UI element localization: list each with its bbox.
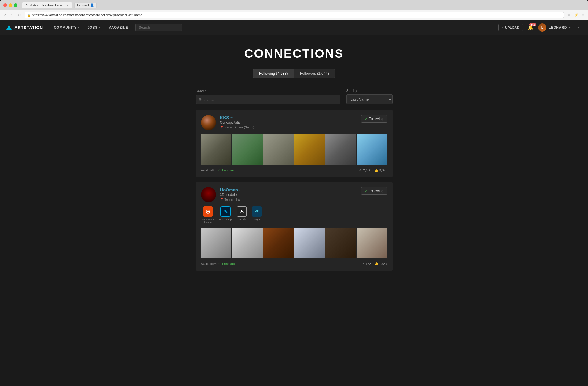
availability-status: Freelance: [222, 262, 236, 265]
views-icon: 👁: [359, 169, 362, 172]
connections-container: Search Sort by Last Name First Name Rece…: [196, 89, 393, 271]
available-check-icon: ✓: [218, 168, 221, 172]
forward-button[interactable]: ›: [10, 12, 14, 18]
stats: 👁 668 👍 1,669: [362, 262, 387, 265]
zbrush-logo-svg: [239, 209, 245, 214]
close-button[interactable]: [3, 3, 7, 7]
nav-items: COMMUNITY ▾ JOBS ▾ MAGAZINE: [50, 20, 182, 35]
likes-count: 1,669: [379, 262, 387, 265]
location-pin-icon: 📍: [220, 126, 224, 129]
availability: Availability: ✓ Freelance: [201, 262, 237, 265]
user-name: LEONARD: [549, 26, 567, 30]
user-avatar: L: [538, 23, 546, 32]
app-navigation: ARTSTATION COMMUNITY ▾ JOBS ▾ MAGAZINE ↑…: [0, 20, 588, 35]
tab-following[interactable]: Following (4,938): [253, 69, 294, 78]
artist-avatar[interactable]: [201, 187, 216, 202]
likes-icon: 👍: [375, 262, 378, 265]
following-button[interactable]: ✓ Following: [361, 115, 387, 123]
user-avatar-icon: 👤: [90, 3, 94, 7]
artwork-thumbnail[interactable]: [263, 228, 294, 258]
artist-avatar[interactable]: [201, 115, 216, 130]
substance-painter-icon: ◎: [203, 206, 213, 217]
artwork-thumbnail[interactable]: [294, 228, 325, 258]
location-pin-icon: 📍: [220, 198, 224, 201]
page-title: CONNECTIONS: [6, 47, 582, 61]
artwork-image: [325, 228, 356, 258]
connections-search-input[interactable]: [196, 95, 340, 104]
notifications-button[interactable]: 🔔 842: [528, 25, 534, 30]
artist-location: 📍 Tehran, Iran: [220, 198, 361, 201]
zbrush-icon: [237, 206, 247, 217]
nav-community[interactable]: COMMUNITY ▾: [50, 20, 83, 35]
browser-tab[interactable]: ArtStation - Raphael Laco... ✕: [22, 2, 72, 8]
settings-icon[interactable]: ≡: [581, 12, 585, 18]
artist-header: KKS ~ Concept Artist 📍 Seoul, Korea (Sou…: [201, 115, 387, 130]
sort-select[interactable]: Last Name First Name Recent: [346, 94, 393, 104]
artist-header: HoOman . 3D modeler 📍 Tehran, Iran ✓ Fol…: [201, 187, 387, 202]
maximize-button[interactable]: [14, 3, 17, 7]
nav-jobs[interactable]: JOBS ▾: [83, 20, 104, 35]
artwork-thumbnail[interactable]: [232, 228, 263, 258]
sort-label: Sort by: [346, 89, 393, 93]
bookmark-icon[interactable]: ☆: [566, 12, 572, 18]
nav-magazine[interactable]: MAGAZINE: [104, 20, 132, 35]
ssl-lock-icon: 🔒: [27, 14, 31, 17]
artwork-thumbnail[interactable]: [325, 228, 356, 258]
nav-search-input[interactable]: [135, 24, 182, 31]
main-content: CONNECTIONS Following (4,938) Followers …: [0, 35, 588, 386]
browser-user-pill: Leonard 👤: [74, 3, 96, 8]
views-stat: 👁 668: [362, 262, 371, 265]
browser-titlebar: ArtStation - Raphael Laco... ✕ Leonard 👤: [0, 0, 588, 10]
svg-marker-0: [6, 25, 12, 30]
more-options-button[interactable]: ⋮: [575, 25, 582, 30]
nav-search-container: [135, 24, 182, 31]
artist-name[interactable]: KKS ~: [220, 115, 361, 120]
availability-label-text: Availability:: [201, 262, 217, 265]
likes-icon: 👍: [375, 169, 378, 172]
extensions-icon[interactable]: ⚡: [573, 12, 580, 18]
logo-text: ARTSTATION: [14, 25, 43, 30]
user-chevron-down-icon: ▾: [569, 26, 571, 29]
artwork-image: [263, 134, 294, 165]
app-logo[interactable]: ARTSTATION: [6, 24, 43, 31]
search-group: Search: [196, 89, 340, 104]
browser-toolbar: ‹ › ↻ 🔒 https://www.artstation.com/artis…: [0, 10, 588, 20]
tab-close-icon[interactable]: ✕: [66, 4, 69, 7]
artwork-thumbnail[interactable]: [232, 134, 263, 165]
artwork-thumbnail[interactable]: [325, 134, 356, 165]
artwork-thumbnail[interactable]: [201, 134, 232, 165]
chevron-down-icon: ▾: [99, 26, 100, 29]
minimize-button[interactable]: [9, 3, 12, 7]
user-menu[interactable]: L LEONARD ▾: [538, 23, 571, 32]
artwork-image: [357, 134, 387, 165]
artwork-thumbnail[interactable]: [357, 228, 387, 258]
back-button[interactable]: ‹: [3, 12, 7, 18]
artwork-image: [263, 228, 294, 258]
photoshop-icon: Ps: [220, 206, 231, 217]
artwork-image: [232, 228, 263, 258]
address-bar[interactable]: 🔒 https://www.artstation.com/artist/leon…: [25, 12, 564, 18]
artwork-grid: [201, 228, 387, 258]
check-icon: ✓: [365, 117, 367, 121]
artist-name-suffix: .: [239, 187, 241, 192]
refresh-button[interactable]: ↻: [16, 12, 22, 18]
artwork-image: [294, 134, 325, 165]
artwork-thumbnail[interactable]: [294, 134, 325, 165]
search-sort-row: Search Sort by Last Name First Name Rece…: [196, 89, 393, 104]
artwork-image: [201, 134, 232, 165]
artwork-thumbnail[interactable]: [201, 228, 232, 258]
sort-group: Sort by Last Name First Name Recent: [346, 89, 393, 104]
upload-button[interactable]: ↑ UPLOAD: [498, 24, 523, 31]
views-count: 668: [366, 262, 371, 265]
artist-name-suffix: ~: [230, 115, 233, 120]
following-button[interactable]: ✓ Following: [361, 187, 387, 195]
nav-right: ↑ UPLOAD 🔔 842 L LEONARD ▾ ⋮: [498, 23, 582, 32]
artist-name[interactable]: HoOman .: [220, 187, 361, 192]
logo-icon: [6, 24, 12, 31]
artist-card: KKS ~ Concept Artist 📍 Seoul, Korea (Sou…: [196, 110, 393, 177]
tab-followers[interactable]: Followers (1,044): [294, 69, 335, 78]
artwork-thumbnail[interactable]: [357, 134, 387, 165]
tab-title: ArtStation - Raphael Laco...: [25, 3, 65, 7]
views-count: 2,038: [363, 168, 371, 172]
artwork-thumbnail[interactable]: [263, 134, 294, 165]
